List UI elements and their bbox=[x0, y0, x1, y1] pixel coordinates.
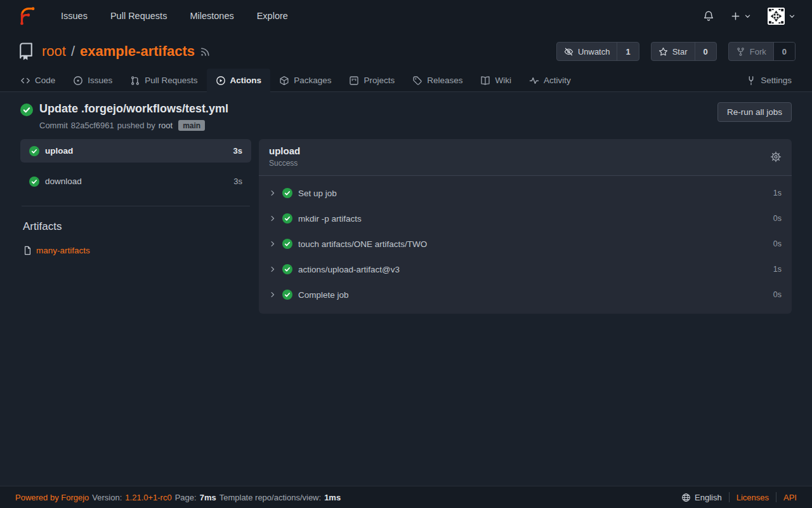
tab-actions[interactable]: Actions bbox=[207, 69, 271, 92]
version-link[interactable]: 1.21.0+1-rc0 bbox=[125, 493, 171, 502]
job-duration: 3s bbox=[233, 177, 242, 186]
play-circle-icon bbox=[216, 76, 226, 86]
job-name: upload bbox=[45, 146, 73, 156]
step-row-touch[interactable]: touch artifacts/ONE artifacts/TWO 0s bbox=[259, 231, 792, 257]
commit-author-link[interactable]: root bbox=[159, 121, 173, 130]
pull-request-icon bbox=[130, 76, 140, 86]
page-render-time: 7ms bbox=[200, 493, 216, 502]
repo-book-icon bbox=[16, 42, 36, 61]
nav-item-explore[interactable]: Explore bbox=[257, 11, 288, 21]
powered-by-link[interactable]: Powered by Forgejo bbox=[15, 493, 89, 502]
commit-line: Commit 82a5cf6961 pushed by root main bbox=[39, 120, 228, 131]
navbar-right bbox=[703, 8, 796, 25]
code-icon bbox=[20, 76, 30, 86]
fork-button[interactable]: Fork bbox=[729, 43, 773, 60]
tab-settings[interactable]: Settings bbox=[737, 69, 801, 92]
rerun-all-jobs-button[interactable]: Re-run all jobs bbox=[717, 102, 792, 122]
tab-packages[interactable]: Packages bbox=[270, 69, 340, 92]
step-duration: 0s bbox=[773, 290, 782, 299]
jobs-sidebar: upload 3s download 3s Artifacts many-art… bbox=[20, 139, 251, 255]
repo-name-link[interactable]: example-artifacts bbox=[80, 43, 195, 60]
unwatch-label: Unwatch bbox=[578, 47, 610, 57]
repo-separator: / bbox=[71, 43, 75, 60]
job-success-icon bbox=[29, 146, 39, 156]
job-item-upload[interactable]: upload 3s bbox=[20, 139, 251, 163]
sidebar-divider bbox=[22, 206, 250, 206]
nav-item-pull-requests[interactable]: Pull Requests bbox=[110, 11, 167, 21]
run-header: Update .forgejo/workflows/test.yml Commi… bbox=[20, 102, 792, 131]
step-row-complete[interactable]: Complete job 0s bbox=[259, 282, 792, 307]
chevron-down-icon bbox=[744, 13, 751, 20]
create-new-dropdown[interactable] bbox=[731, 11, 751, 21]
job-steps-log: Set up job 1s mkdir -p artifacts 0s touc… bbox=[259, 176, 792, 314]
chevron-right-icon bbox=[269, 215, 277, 222]
star-label: Star bbox=[672, 47, 688, 57]
stars-count[interactable]: 0 bbox=[695, 43, 716, 60]
rss-icon[interactable] bbox=[200, 46, 211, 57]
unwatch-button[interactable]: Unwatch bbox=[557, 43, 617, 60]
step-duration: 0s bbox=[773, 214, 782, 223]
forks-count[interactable]: 0 bbox=[773, 43, 795, 60]
step-name: Complete job bbox=[298, 290, 349, 300]
footer-info: Powered by Forgejo Version: 1.21.0+1-rc0… bbox=[15, 493, 341, 502]
step-row-setup[interactable]: Set up job 1s bbox=[259, 180, 792, 206]
repo-action-buttons: Unwatch 1 Star 0 bbox=[556, 42, 796, 61]
commit-sha-link[interactable]: 82a5cf6961 bbox=[71, 121, 114, 130]
file-icon bbox=[23, 246, 32, 255]
step-duration: 0s bbox=[773, 239, 782, 248]
footer-links: English Licenses API bbox=[681, 492, 797, 502]
star-button[interactable]: Star bbox=[652, 43, 695, 60]
job-detail-header: upload Success bbox=[259, 139, 792, 176]
job-name: download bbox=[45, 177, 82, 186]
step-name: Set up job bbox=[298, 189, 337, 198]
tab-pull-requests[interactable]: Pull Requests bbox=[121, 69, 206, 92]
job-item-download[interactable]: download 3s bbox=[20, 170, 251, 193]
job-detail-panel: upload Success Set up job 1s bbox=[259, 139, 792, 314]
step-row-mkdir[interactable]: mkdir -p artifacts 0s bbox=[259, 206, 792, 231]
repo-owner-link[interactable]: root bbox=[42, 43, 66, 60]
step-success-icon bbox=[282, 264, 292, 274]
pulse-icon bbox=[529, 76, 539, 86]
api-link[interactable]: API bbox=[783, 493, 797, 502]
issue-icon bbox=[73, 76, 83, 86]
job-duration: 3s bbox=[233, 146, 242, 156]
repo-title: root / example-artifacts bbox=[42, 43, 195, 60]
step-success-icon bbox=[282, 239, 292, 249]
tab-projects[interactable]: Projects bbox=[340, 69, 403, 92]
nav-item-issues[interactable]: Issues bbox=[61, 11, 88, 21]
tab-code[interactable]: Code bbox=[11, 69, 64, 92]
chevron-right-icon bbox=[269, 240, 277, 248]
watchers-count[interactable]: 1 bbox=[617, 43, 638, 60]
tools-icon bbox=[746, 76, 756, 86]
step-name: actions/upload-artifact@v3 bbox=[298, 265, 400, 274]
job-options-gear-icon[interactable] bbox=[770, 151, 782, 163]
tab-issues[interactable]: Issues bbox=[64, 69, 121, 92]
book-icon bbox=[480, 76, 490, 86]
template-render-time: 1ms bbox=[324, 493, 341, 502]
step-duration: 1s bbox=[773, 265, 782, 274]
fork-icon bbox=[736, 47, 745, 57]
branch-badge[interactable]: main bbox=[178, 120, 205, 131]
star-icon bbox=[658, 47, 668, 57]
tab-releases[interactable]: Releases bbox=[403, 69, 471, 92]
forgejo-logo[interactable] bbox=[16, 5, 38, 27]
licenses-link[interactable]: Licenses bbox=[737, 493, 769, 502]
site-header: Issues Pull Requests Milestones Explore bbox=[0, 0, 812, 92]
language-selector[interactable]: English bbox=[681, 493, 722, 502]
main-nav: Issues Pull Requests Milestones Explore bbox=[61, 11, 288, 21]
tag-icon bbox=[412, 76, 422, 86]
chevron-down-icon bbox=[789, 13, 796, 20]
repo-header: root / example-artifacts Unwatch bbox=[0, 32, 812, 69]
tab-activity[interactable]: Activity bbox=[520, 69, 580, 92]
artifact-link[interactable]: many-artifacts bbox=[20, 246, 251, 255]
job-detail-title: upload bbox=[269, 145, 300, 156]
chevron-right-icon bbox=[269, 265, 277, 273]
user-menu-dropdown[interactable] bbox=[768, 8, 796, 25]
notifications-bell-icon[interactable] bbox=[703, 10, 714, 22]
tab-wiki[interactable]: Wiki bbox=[471, 69, 520, 92]
nav-item-milestones[interactable]: Milestones bbox=[190, 11, 233, 21]
chevron-right-icon bbox=[269, 291, 277, 298]
step-row-upload-artifact[interactable]: actions/upload-artifact@v3 1s bbox=[259, 257, 792, 282]
package-icon bbox=[279, 76, 289, 86]
step-success-icon bbox=[282, 290, 292, 300]
